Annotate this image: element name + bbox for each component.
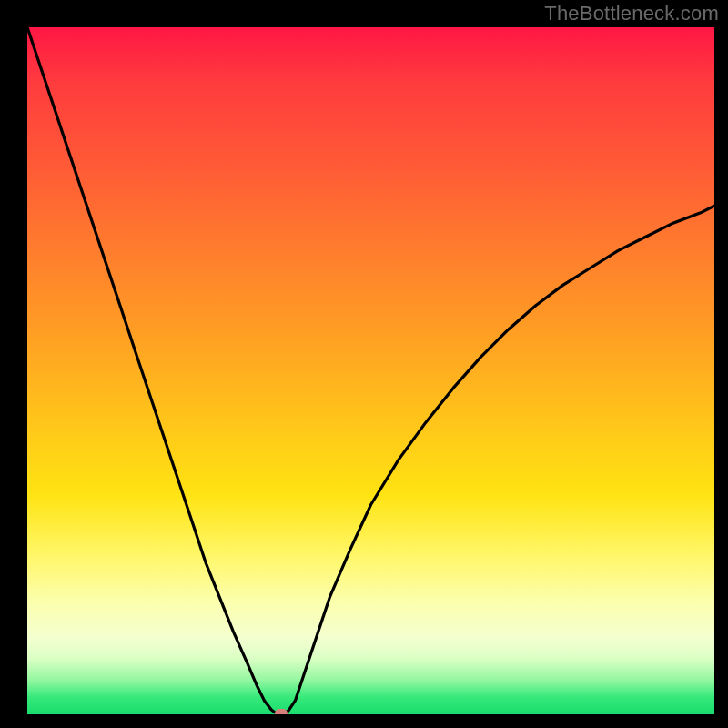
curve-path [27,27,714,713]
plot-area [27,27,714,714]
chart-frame: TheBottleneck.com [0,0,728,728]
watermark-text: TheBottleneck.com [544,2,719,25]
bottleneck-curve [27,27,714,714]
optimum-marker [275,709,288,714]
